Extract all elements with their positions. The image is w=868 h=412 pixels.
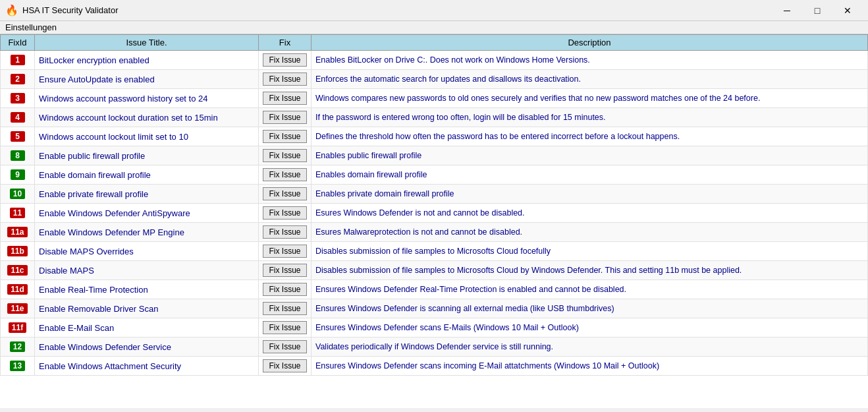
app-icon: 🔥 bbox=[5, 4, 18, 16]
cell-fixid: 11c bbox=[1, 261, 35, 280]
cell-title: Enable Windows Defender AntiSpyware bbox=[35, 204, 259, 223]
fix-issue-button[interactable]: Fix Issue bbox=[263, 283, 306, 296]
table-header-row: FixId Issue Title. Fix Description bbox=[1, 35, 868, 51]
cell-fixid: 3 bbox=[1, 89, 35, 108]
cell-title: Windows account password history set to … bbox=[35, 89, 259, 108]
cell-fix: Fix Issue bbox=[259, 318, 312, 338]
fix-issue-button[interactable]: Fix Issue bbox=[263, 321, 306, 334]
fix-issue-button[interactable]: Fix Issue bbox=[263, 73, 306, 86]
table-row: 8Enable public firewall profileFix Issue… bbox=[1, 146, 868, 165]
cell-description: Ensures Windows Defender scans E-Mails (… bbox=[312, 318, 868, 338]
minimize-button[interactable]: ─ bbox=[772, 0, 802, 21]
fix-issue-button[interactable]: Fix Issue bbox=[263, 130, 306, 143]
cell-fix: Fix Issue bbox=[259, 127, 312, 146]
cell-fixid: 10 bbox=[1, 185, 35, 204]
cell-description: Enables domain firewall profile bbox=[312, 165, 868, 185]
table-row: 11aEnable Windows Defender MP EngineFix … bbox=[1, 223, 868, 242]
cell-fix: Fix Issue bbox=[259, 357, 312, 376]
menu-einstellungen[interactable]: Einstellungen bbox=[5, 22, 57, 32]
fix-issue-button[interactable]: Fix Issue bbox=[263, 225, 306, 239]
fix-issue-button[interactable]: Fix Issue bbox=[263, 187, 306, 200]
fix-issue-button[interactable]: Fix Issue bbox=[263, 359, 306, 372]
cell-fix: Fix Issue bbox=[259, 261, 312, 280]
table-row: 11eEnable Removable Driver ScanFix Issue… bbox=[1, 299, 868, 318]
fix-issue-button[interactable]: Fix Issue bbox=[263, 111, 306, 124]
id-badge: 11d bbox=[7, 284, 28, 295]
cell-fix: Fix Issue bbox=[259, 51, 312, 70]
cell-description: If the password is entered wrong too oft… bbox=[312, 108, 868, 127]
cell-title: Enable Windows Defender Service bbox=[35, 338, 259, 357]
cell-fix: Fix Issue bbox=[259, 223, 312, 242]
cell-fix: Fix Issue bbox=[259, 338, 312, 357]
issues-table: FixId Issue Title. Fix Description 1BitL… bbox=[0, 34, 868, 376]
cell-description: Disables submission of file samples to M… bbox=[312, 261, 868, 280]
cell-description: Enables BitLocker on Drive C:. Does not … bbox=[312, 51, 868, 70]
cell-description: Enables private domain firewall profile bbox=[312, 185, 868, 204]
cell-fix: Fix Issue bbox=[259, 185, 312, 204]
fix-issue-button[interactable]: Fix Issue bbox=[263, 149, 306, 162]
id-badge: 11e bbox=[7, 303, 27, 314]
table-row: 1BitLocker encryption enabledFix IssueEn… bbox=[1, 51, 868, 70]
fix-issue-button[interactable]: Fix Issue bbox=[263, 53, 306, 67]
cell-title: Enable domain firewall profile bbox=[35, 165, 259, 185]
fix-issue-button[interactable]: Fix Issue bbox=[263, 264, 306, 277]
cell-fixid: 11e bbox=[1, 299, 35, 318]
table-row: 11fEnable E-Mail ScanFix IssueEnsures Wi… bbox=[1, 318, 868, 338]
cell-description: Esures Malwareprotection is not and cann… bbox=[312, 223, 868, 242]
cell-fixid: 12 bbox=[1, 338, 35, 357]
table-row: 11Enable Windows Defender AntiSpywareFix… bbox=[1, 204, 868, 223]
close-button[interactable]: ✕ bbox=[832, 0, 863, 21]
cell-fixid: 9 bbox=[1, 165, 35, 185]
cell-fixid: 5 bbox=[1, 127, 35, 146]
id-badge: 9 bbox=[11, 169, 25, 180]
cell-fixid: 11a bbox=[1, 223, 35, 242]
table-container[interactable]: FixId Issue Title. Fix Description 1BitL… bbox=[0, 34, 868, 408]
cell-title: Enable Windows Defender MP Engine bbox=[35, 223, 259, 242]
main-content: FixId Issue Title. Fix Description 1BitL… bbox=[0, 34, 868, 408]
cell-fix: Fix Issue bbox=[259, 165, 312, 185]
cell-fix: Fix Issue bbox=[259, 242, 312, 261]
cell-title: Windows account lockout limit set to 10 bbox=[35, 127, 259, 146]
id-badge: 5 bbox=[11, 131, 25, 142]
cell-title: Enable Real-Time Protection bbox=[35, 280, 259, 299]
fix-issue-button[interactable]: Fix Issue bbox=[263, 340, 306, 353]
cell-title: BitLocker encryption enabled bbox=[35, 51, 259, 70]
cell-title: Enable Windows Attachment Security bbox=[35, 357, 259, 376]
cell-description: Enables public firewall profile bbox=[312, 146, 868, 165]
fix-issue-button[interactable]: Fix Issue bbox=[263, 302, 306, 315]
header-fix: Fix bbox=[259, 35, 312, 51]
title-bar: 🔥 HSA IT Security Validator ─ □ ✕ bbox=[0, 0, 868, 21]
cell-description: Disables submission of file samples to M… bbox=[312, 242, 868, 261]
cell-fixid: 11f bbox=[1, 318, 35, 338]
id-badge: 12 bbox=[10, 341, 25, 352]
table-row: 10Enable private firewall profileFix Iss… bbox=[1, 185, 868, 204]
cell-title: Windows account lockout duration set to … bbox=[35, 108, 259, 127]
table-row: 4Windows account lockout duration set to… bbox=[1, 108, 868, 127]
cell-fix: Fix Issue bbox=[259, 204, 312, 223]
cell-description: Windows compares new passwords to old on… bbox=[312, 89, 868, 108]
id-badge: 11c bbox=[7, 265, 27, 276]
menu-bar: Einstellungen bbox=[0, 21, 868, 34]
maximize-button[interactable]: □ bbox=[802, 0, 832, 21]
id-badge: 11a bbox=[7, 227, 27, 237]
table-row: 13Enable Windows Attachment SecurityFix … bbox=[1, 357, 868, 376]
fix-issue-button[interactable]: Fix Issue bbox=[263, 245, 306, 258]
id-badge: 11b bbox=[7, 246, 28, 256]
cell-title: Enable Removable Driver Scan bbox=[35, 299, 259, 318]
fix-issue-button[interactable]: Fix Issue bbox=[263, 92, 306, 105]
fix-issue-button[interactable]: Fix Issue bbox=[263, 206, 306, 220]
fix-issue-button[interactable]: Fix Issue bbox=[263, 168, 306, 181]
app-title: HSA IT Security Validator bbox=[22, 5, 118, 15]
cell-description: Defines the threshold how often the pass… bbox=[312, 127, 868, 146]
table-row: 11dEnable Real-Time ProtectionFix IssueE… bbox=[1, 280, 868, 299]
table-row: 5Windows account lockout limit set to 10… bbox=[1, 127, 868, 146]
cell-fixid: 13 bbox=[1, 357, 35, 376]
id-badge: 4 bbox=[11, 112, 25, 123]
cell-title: Disable MAPS Overrides bbox=[35, 242, 259, 261]
id-badge: 2 bbox=[11, 74, 25, 84]
cell-title: Enable public firewall profile bbox=[35, 146, 259, 165]
cell-title: Ensure AutoUpdate is enabled bbox=[35, 70, 259, 89]
cell-fix: Fix Issue bbox=[259, 146, 312, 165]
id-badge: 1 bbox=[11, 55, 25, 65]
cell-fix: Fix Issue bbox=[259, 70, 312, 89]
